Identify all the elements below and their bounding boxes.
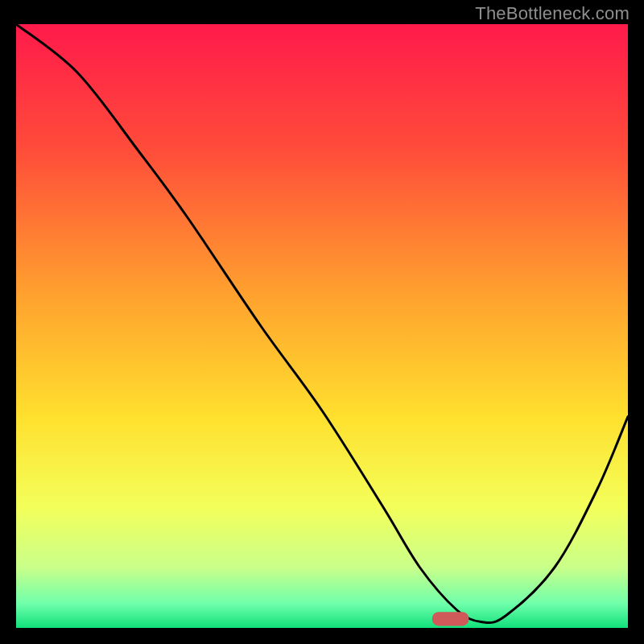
optimal-point-marker [432, 612, 469, 625]
chart-svg [16, 24, 628, 628]
plot-area [16, 24, 628, 628]
gradient-background [16, 24, 628, 628]
chart-frame: TheBottleneck.com [0, 0, 644, 644]
watermark-label: TheBottleneck.com [475, 3, 630, 24]
